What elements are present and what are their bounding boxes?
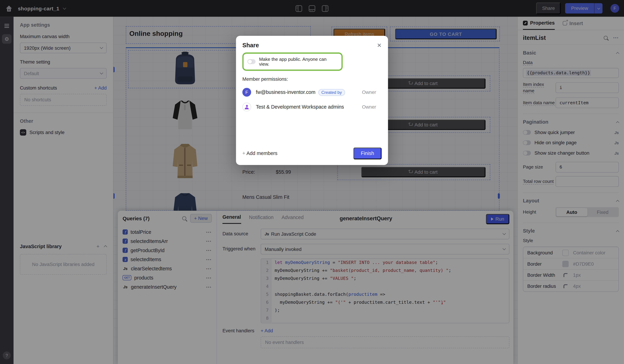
member-role[interactable]: Owner [362, 90, 376, 95]
close-icon[interactable]: ✕ [377, 42, 382, 48]
member-row: F fw@business-inventor.com Created by Ow… [242, 88, 382, 97]
share-modal: Share ✕ Make the app public. Anyone can … [236, 36, 388, 165]
public-toggle-label: Make the app public. Anyone can view. [259, 57, 338, 66]
public-toggle-switch[interactable] [248, 59, 256, 64]
created-by-badge: Created by [318, 89, 345, 96]
member-name: fw@business-inventor.com [256, 90, 315, 95]
member-permissions-label: Member permissions: [242, 76, 382, 82]
plus-icon: + [242, 151, 245, 156]
finish-button[interactable]: Finish [353, 147, 382, 160]
member-avatar: F [242, 88, 251, 97]
member-avatar [242, 102, 251, 111]
public-toggle-highlight: Make the app public. Anyone can view. [242, 52, 343, 71]
member-role[interactable]: Owner [362, 104, 376, 110]
avatar-letter: F [245, 90, 248, 95]
member-name: Test & Development Workspace admins [256, 104, 344, 110]
group-person-icon [244, 105, 249, 109]
app-root: Online shopping Refresh items GO TO CART… [0, 0, 624, 364]
member-list: F fw@business-inventor.com Created by Ow… [242, 88, 382, 111]
modal-title: Share [242, 42, 259, 49]
add-members-link[interactable]: +Add members [242, 151, 277, 156]
member-row: Test & Development Workspace admins Owne… [242, 102, 382, 111]
